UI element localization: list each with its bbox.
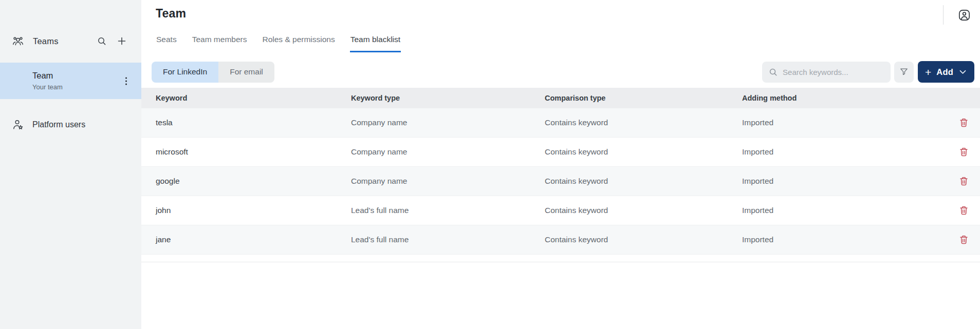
- toggle-for-email[interactable]: For email: [218, 62, 274, 83]
- table-bottom-border: [141, 255, 980, 262]
- user-avatar-button[interactable]: [958, 9, 971, 22]
- sidebar-item-platform-users[interactable]: Platform users: [0, 110, 141, 139]
- table-row: tesla Company name Contains keyword Impo…: [141, 108, 980, 138]
- delete-keyword-button[interactable]: [954, 143, 973, 161]
- cell-comparison-type: Contains keyword: [545, 177, 742, 186]
- controls-row: For LinkedIn For email +: [141, 61, 980, 83]
- table-row: jane Lead's full name Contains keyword I…: [141, 225, 980, 255]
- trash-icon: [959, 118, 969, 128]
- toggle-for-linkedin[interactable]: For LinkedIn: [152, 62, 218, 83]
- cell-adding-method: Imported: [742, 206, 949, 215]
- cell-comparison-type: Contains keyword: [545, 147, 742, 157]
- page-title: Team: [156, 7, 980, 21]
- search-icon: [97, 36, 107, 46]
- kebab-menu-icon: [125, 77, 127, 79]
- delete-keyword-button[interactable]: [954, 230, 973, 249]
- cell-keyword: john: [156, 206, 351, 215]
- keyword-search-box: [762, 62, 891, 83]
- column-header-keyword: Keyword: [156, 94, 351, 102]
- column-header-comparison-type: Comparison type: [545, 94, 742, 102]
- cell-keyword-type: Lead's full name: [351, 206, 545, 215]
- filter-funnel-icon: [899, 67, 909, 77]
- cell-comparison-type: Contains keyword: [545, 206, 742, 215]
- team-tabs: Seats Team members Roles & permissions T…: [156, 35, 980, 52]
- trash-icon: [959, 205, 969, 216]
- trash-icon: [959, 147, 969, 157]
- main-content: Team Seats Team members Roles & permissi…: [141, 0, 980, 329]
- platform-users-label: Platform users: [32, 120, 85, 129]
- cell-adding-method: Imported: [742, 147, 949, 157]
- table-body: tesla Company name Contains keyword Impo…: [141, 108, 980, 255]
- table-header-row: Keyword Keyword type Comparison type Add…: [141, 88, 980, 108]
- people-group-icon: [12, 35, 24, 47]
- cell-adding-method: Imported: [742, 118, 949, 127]
- search-keywords-input[interactable]: [783, 68, 884, 76]
- cell-keyword-type: Lead's full name: [351, 235, 545, 244]
- tab-roles-permissions[interactable]: Roles & permissions: [262, 35, 335, 52]
- plus-icon: [117, 36, 126, 46]
- add-button-label: Add: [936, 67, 953, 77]
- header-divider: [943, 5, 944, 25]
- right-controls: + Add: [762, 61, 974, 83]
- sidebar-item-team[interactable]: Team Your team: [0, 63, 141, 99]
- table-row: john Lead's full name Contains keyword I…: [141, 196, 980, 225]
- column-header-adding-method: Adding method: [742, 94, 949, 102]
- blacklist-type-toggle: For LinkedIn For email: [152, 62, 274, 83]
- chevron-down-icon: [959, 70, 966, 74]
- team-options-button[interactable]: [123, 75, 129, 87]
- trash-icon: [959, 176, 969, 186]
- cell-adding-method: Imported: [742, 177, 949, 186]
- sidebar-header: Teams: [0, 32, 141, 50]
- cell-keyword: jane: [156, 235, 351, 244]
- blacklist-table: Keyword Keyword type Comparison type Add…: [141, 88, 980, 262]
- tab-team-members[interactable]: Team members: [192, 35, 248, 52]
- top-right-area: [943, 5, 971, 25]
- cell-keyword: tesla: [156, 118, 351, 127]
- add-team-button[interactable]: [116, 35, 127, 47]
- plus-icon: +: [925, 67, 931, 78]
- teams-sidebar: Teams Team Your team: [0, 0, 141, 329]
- cell-keyword: google: [156, 177, 351, 186]
- cell-comparison-type: Contains keyword: [545, 118, 742, 127]
- tab-team-blacklist[interactable]: Team blacklist: [350, 35, 401, 52]
- table-row: microsoft Company name Contains keyword …: [141, 138, 980, 167]
- delete-keyword-button[interactable]: [954, 201, 973, 220]
- cell-keyword-type: Company name: [351, 118, 545, 127]
- cell-keyword-type: Company name: [351, 147, 545, 157]
- person-star-icon: [12, 119, 24, 131]
- sidebar-title: Teams: [33, 36, 96, 46]
- cell-keyword: microsoft: [156, 147, 351, 157]
- add-keyword-button[interactable]: + Add: [918, 61, 974, 83]
- cell-comparison-type: Contains keyword: [545, 235, 742, 244]
- trash-icon: [959, 235, 969, 245]
- filter-button[interactable]: [894, 62, 914, 83]
- cell-adding-method: Imported: [742, 235, 949, 244]
- search-teams-button[interactable]: [96, 35, 108, 47]
- tab-seats[interactable]: Seats: [156, 35, 177, 52]
- magnifier-icon: [768, 67, 778, 77]
- cell-keyword-type: Company name: [351, 177, 545, 186]
- delete-keyword-button[interactable]: [954, 113, 973, 132]
- delete-keyword-button[interactable]: [954, 172, 973, 190]
- table-row: google Company name Contains keyword Imp…: [141, 167, 980, 196]
- column-header-keyword-type: Keyword type: [351, 94, 545, 102]
- avatar-icon: [958, 9, 971, 22]
